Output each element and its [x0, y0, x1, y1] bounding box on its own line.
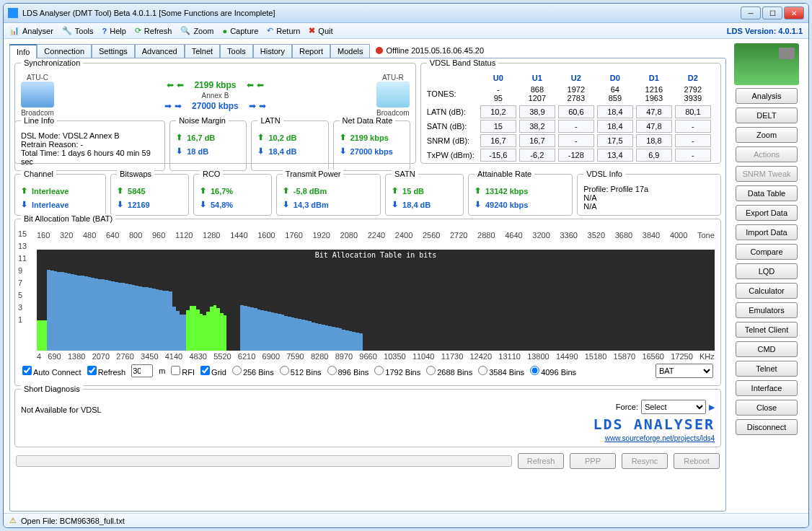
channel-group: Channel InterleaveInterleave — [14, 174, 106, 216]
tab-info-body: Synchronization ATU-C Broadcom ⬅⬅ 2199 k… — [9, 58, 726, 512]
server-icon — [21, 82, 54, 107]
record-icon: ● — [223, 27, 228, 35]
capture-button[interactable]: ●Capture — [223, 27, 259, 35]
zoom-button[interactable]: 🔍Zoom — [180, 26, 213, 35]
rco-group: RCO 16,7%54,8% — [193, 174, 272, 216]
side-lqd-button[interactable]: LQD — [736, 263, 798, 279]
side-interface-button[interactable]: Interface — [736, 380, 798, 396]
offline-icon — [376, 47, 383, 54]
ppp-button[interactable]: PPP — [570, 453, 616, 469]
sync-upstream: 2199 kbps — [194, 80, 236, 90]
sync-downstream: 27000 kbps — [192, 101, 239, 111]
annex-label: Annex B — [54, 92, 376, 100]
return-button[interactable]: ↶Return — [267, 26, 300, 35]
side-close-button[interactable]: Close — [736, 400, 798, 416]
tab-models[interactable]: Models — [330, 44, 370, 58]
refresh-icon: ⟳ — [135, 26, 141, 35]
txpower-group: Transmit Power -5,8 dBm14,3 dBm — [276, 174, 381, 216]
bins-radio-896-Bins[interactable]: 896 Bins — [327, 368, 369, 377]
satn-group: SATN 15 dB18,4 dB — [385, 174, 464, 216]
side-disconnect-button[interactable]: Disconnect — [736, 419, 798, 435]
status-message: Open File: BCM96368_full.txt — [21, 517, 125, 525]
tabs: InfoConnectionSettingsAdvancedTelnetTool… — [9, 43, 726, 58]
play-icon[interactable]: ▶ — [709, 403, 715, 412]
tab-telnet[interactable]: Telnet — [185, 44, 220, 58]
view-select[interactable]: BAT — [656, 364, 713, 378]
offline-indicator: Offline 2015.05.16.06.45.20 — [370, 44, 490, 57]
modem-icon — [376, 82, 410, 107]
logo-text: LDS ANALYSER — [593, 416, 715, 433]
vdsl-info-group: VDSL Info Profile: Profile 17a N/A N/A — [577, 174, 721, 216]
bins-radio-4096-Bins[interactable]: 4096 Bins — [530, 368, 576, 377]
auto-connect-check[interactable]: Auto Connect — [22, 366, 81, 377]
side-import-data-button[interactable]: Import Data — [736, 224, 798, 240]
wrench-icon: 🔧 — [62, 26, 72, 35]
chart-options: Auto Connect Refresh m RFI Grid 256 Bins… — [21, 361, 715, 381]
bins-radio-1792-Bins[interactable]: 1792 Bins — [374, 368, 420, 377]
close-button[interactable]: ✕ — [784, 6, 804, 19]
window: LDS Analyser (DMT Tool) Beta 4.0.1.1 [So… — [3, 3, 809, 528]
bins-radio-256-Bins[interactable]: 256 Bins — [232, 368, 274, 377]
tools-button[interactable]: 🔧Tools — [62, 26, 94, 35]
side-snrm-tweak-button[interactable]: SNRM Tweak — [736, 166, 798, 182]
resync-button[interactable]: Resync — [622, 453, 668, 469]
force-select[interactable]: Select — [641, 400, 706, 414]
tab-settings[interactable]: Settings — [92, 44, 135, 58]
titlebar: LDS Analyser (DMT Tool) Beta 4.0.1.1 [So… — [4, 4, 808, 23]
net-rate-group: Net Data Rate 2199 kbps27000 kbps — [333, 120, 410, 171]
side-telnet-button[interactable]: Telnet — [736, 361, 798, 377]
chart-icon: 📊 — [9, 26, 19, 35]
progress-bar — [16, 455, 512, 467]
tab-report[interactable]: Report — [292, 44, 330, 58]
refresh-status-button[interactable]: Refresh — [518, 453, 564, 469]
atu-r-device: ATU-R Broadcom — [376, 74, 410, 117]
quit-button[interactable]: ✖Quit — [309, 26, 332, 35]
side-delt-button[interactable]: DELT — [736, 107, 798, 123]
refresh-check[interactable]: Refresh — [87, 366, 126, 377]
tab-info[interactable]: Info — [9, 44, 37, 58]
return-icon: ↶ — [267, 26, 273, 35]
side-cmd-button[interactable]: CMD — [736, 341, 798, 357]
analyser-button[interactable]: 📊Analyser — [9, 26, 53, 35]
toolbar: 📊Analyser 🔧Tools ?Help ⟳Refresh 🔍Zoom ●C… — [4, 23, 808, 39]
tab-tools[interactable]: Tools — [220, 44, 253, 58]
warning-icon: ⚠ — [9, 516, 17, 525]
side-zoom-button[interactable]: Zoom — [736, 127, 798, 143]
bat-group: Bit Allocation Table (BAT) 1603204806408… — [14, 219, 721, 386]
bat-chart: Bit Allocation Table in bits — [37, 250, 715, 351]
grid-check[interactable]: Grid — [200, 366, 226, 377]
help-icon: ? — [102, 27, 107, 35]
attain-group: Attainable Rate 13142 kbps49240 kbps — [468, 174, 573, 216]
minimize-button[interactable]: ─ — [741, 6, 761, 19]
rfi-check[interactable]: RFI — [171, 366, 195, 377]
sidebar: AnalysisDELTZoomActionsSNRM TweakData Ta… — [731, 43, 803, 512]
side-analysis-button[interactable]: Analysis — [736, 88, 798, 104]
side-actions-button[interactable]: Actions — [736, 146, 798, 162]
window-title: LDS Analyser (DMT Tool) Beta 4.0.1.1 [So… — [22, 9, 736, 17]
side-data-table-button[interactable]: Data Table — [736, 185, 798, 201]
interval-spinner[interactable] — [131, 364, 153, 377]
vdsl-band-group: VDSL Band Status U0U1U2D0D1D2TONES:-9586… — [420, 63, 721, 164]
diagnosis-group: Short Diagnosis Not Available for VDSL F… — [14, 389, 721, 447]
status-bar: ⚠ Open File: BCM96368_full.txt — [4, 513, 808, 527]
side-emulators-button[interactable]: Emulators — [736, 302, 798, 318]
refresh-button[interactable]: ⟳Refresh — [135, 26, 172, 35]
tab-connection[interactable]: Connection — [37, 44, 92, 58]
side-calculator-button[interactable]: Calculator — [736, 283, 798, 299]
app-icon — [8, 8, 18, 18]
side-export-data-button[interactable]: Export Data — [736, 205, 798, 221]
help-button[interactable]: ?Help — [102, 27, 125, 35]
reboot-button[interactable]: Reboot — [674, 453, 720, 469]
diag-message: Not Available for VDSL — [21, 405, 593, 414]
line-info-group: Line Info DSL Mode: VDSL2 Annex B Retrai… — [14, 120, 165, 171]
bins-radio-512-Bins[interactable]: 512 Bins — [280, 368, 322, 377]
project-link[interactable]: www.sourceforge.net/projects/lds4 — [605, 434, 715, 442]
maximize-button[interactable]: ☐ — [762, 6, 782, 19]
side-telnet-client-button[interactable]: Telnet Client — [736, 322, 798, 338]
side-compare-button[interactable]: Compare — [736, 244, 798, 260]
bins-radio-2688-Bins[interactable]: 2688 Bins — [426, 368, 472, 377]
tab-advanced[interactable]: Advanced — [135, 44, 185, 58]
noise-margin-group: Noise Margin 16,7 dB18 dB — [169, 120, 247, 171]
tab-history[interactable]: History — [253, 44, 292, 58]
bins-radio-3584-Bins[interactable]: 3584 Bins — [478, 368, 524, 377]
